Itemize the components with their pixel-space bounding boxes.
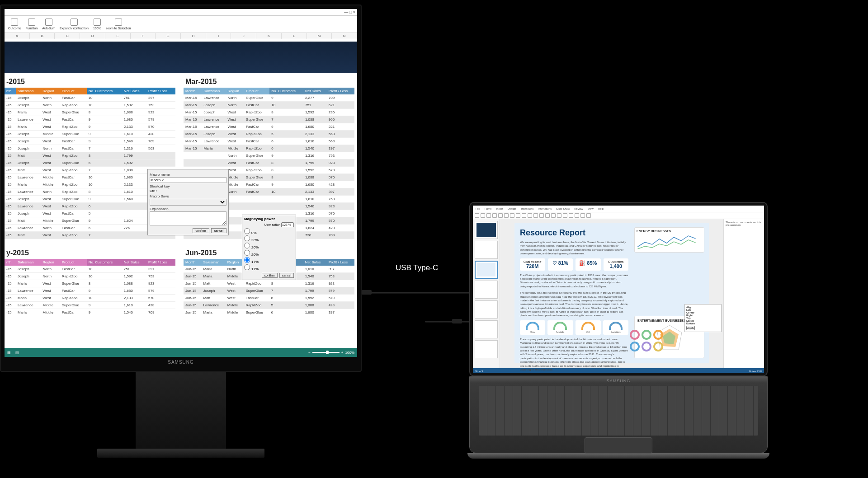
ribbon-tab[interactable]: Insert (495, 207, 504, 211)
thumbnail-7[interactable] (475, 340, 498, 358)
table-row[interactable]: Jun-15MattWestRapidZoo81,316923 (184, 280, 354, 287)
table-row[interactable]: Mar-15LawrenceWestFastCar61,680221 (184, 123, 354, 131)
user-action-input[interactable] (281, 222, 294, 227)
gauge: Coal (520, 320, 545, 335)
zoom-plus-icon[interactable]: + (341, 351, 344, 355)
table-row[interactable]: -15MariaWestRapidZoo92,133570 (5, 123, 175, 131)
table-row[interactable]: Mar-15LawrenceNorthSuperGlue92,277709 (184, 94, 354, 102)
ribbon-tab[interactable]: Transitions (519, 207, 534, 211)
ribbon-tab[interactable]: Slide Show (555, 207, 571, 211)
table-row[interactable]: -15JosephWestFastCar91,540709 (5, 138, 175, 145)
table-row[interactable]: -15JosephWestSuperGlue61,592 (5, 159, 175, 167)
table-row[interactable]: Jun-15MattWestFastCar61,592570 (184, 295, 354, 302)
toolbar-function[interactable]: Function (24, 18, 38, 31)
magnify-option[interactable]: 0% (244, 228, 294, 235)
table-row[interactable]: -15LawrenceWestFastCar91,680579 (5, 116, 175, 123)
table-row[interactable]: -15JosephNorthFastCar71,316563 (5, 145, 175, 152)
table-row[interactable]: Jun-15MariaMiddleSuperGlue61,680397 (184, 309, 354, 316)
ribbon-tab[interactable]: Design (507, 207, 517, 211)
table-row[interactable]: Mar-15JosephWestRapidZoo81,592236 (184, 109, 354, 116)
macro-confirm-button[interactable]: confirm (193, 228, 209, 233)
window-controls[interactable]: — □ × (5, 9, 357, 16)
zoom-track[interactable] (312, 352, 340, 353)
thumbnail-3[interactable] (475, 261, 498, 279)
magnify-confirm-button[interactable]: confirm (262, 273, 278, 278)
ribbon-tab[interactable]: Home (484, 207, 493, 211)
align-option[interactable]: Bottom (686, 322, 720, 325)
align-floating-panel[interactable]: AlignLeftCenterRightTopMiddleBottomApply (684, 304, 722, 332)
table-row[interactable]: -15MattWestRapidZoo81,799 (5, 152, 175, 159)
table-row[interactable]: NorthSuperGlue91,316753 (184, 152, 354, 159)
table-row[interactable]: -15LawrenceWestFastCar91,680579 (5, 287, 175, 295)
line-chart (637, 234, 702, 250)
monitor-stand (136, 372, 226, 449)
table-row[interactable]: -15JosephNorthFastCar10751397 (5, 266, 175, 273)
thumbnail-1[interactable] (475, 221, 498, 239)
ribbon-tab[interactable]: Help (597, 207, 604, 211)
zoom-minus-icon[interactable]: − (308, 351, 311, 355)
align-apply-button[interactable]: Apply (686, 326, 695, 330)
table-row[interactable]: -15MariaWestRapidZoo102,133570 (5, 295, 175, 302)
magnify-dialog[interactable]: Magnifying power User action 0%30%20%20%… (242, 215, 296, 280)
table-row[interactable]: WestFastCar81,799923 (184, 159, 354, 167)
toolbar-100pct[interactable]: 100% (92, 18, 102, 31)
thumbnail-2[interactable] (475, 241, 498, 259)
table-row[interactable]: Mar-15MariaMiddleRapidZoo61,540397 (184, 145, 354, 152)
slide-canvas[interactable]: Resource Report We are expanding its coa… (500, 219, 723, 368)
toolbar-autosum[interactable]: AutoSum (41, 18, 56, 31)
magnify-option[interactable]: 20% (244, 243, 294, 249)
toolbar-outcome[interactable]: Outcome (7, 18, 22, 31)
table-row[interactable]: Jun-15LawrenceMiddleRapidZoo51,088428 (184, 302, 354, 309)
table-row[interactable]: -15JosephMiddleSuperGlue91,610428 (5, 131, 175, 138)
zoomsel-icon (115, 19, 122, 26)
zoom-thumb[interactable] (326, 351, 329, 354)
table-row[interactable]: -15JosephNorthRapidZoo101,592753 (5, 273, 175, 280)
macro-dialog[interactable]: Macro name Shortcut key Ctrl+ Macro Save… (147, 169, 229, 235)
thumbnail-4[interactable] (475, 281, 498, 299)
column-headers[interactable]: ABCDEFGHIJKLMN (5, 33, 357, 39)
table-row[interactable]: Jun-15JosephWestSuperGlue71,799579 (184, 287, 354, 295)
status-bar: ▦ ▤ − + 100% (5, 348, 357, 357)
ribbon-tab[interactable]: File (475, 207, 481, 211)
table-row[interactable]: Mar-15LawrenceWestSuperGlue71,088966 (184, 116, 354, 123)
table-row[interactable]: Mar-15JosephWestRapidZoo52,133563 (184, 131, 354, 138)
table-row[interactable]: -15MariaWestSuperGlue81,088923 (5, 280, 175, 287)
zoom-slider[interactable]: − + 100% (308, 351, 354, 355)
data-table[interactable]: nthSalesmanRegionProductNo. CustomersNet… (5, 259, 175, 316)
sheet-icon[interactable]: ▦ (7, 351, 11, 355)
macro-save-select[interactable] (150, 199, 226, 206)
magnify-option[interactable]: 17% (244, 264, 294, 271)
magnify-cancel-button[interactable]: cancel (279, 273, 294, 278)
keyboard (479, 386, 758, 436)
thumbnail-6[interactable] (475, 320, 498, 338)
thumbnail-5[interactable] (475, 300, 498, 319)
explanation-textarea[interactable] (150, 211, 226, 225)
table-row[interactable]: Mar-15LawrenceWestFastCar61,610563 (184, 138, 354, 145)
presentation-ribbon-tabs[interactable]: FileHomeInsertDesignTransitionsAnimation… (473, 206, 764, 212)
magnify-option[interactable]: 17% (244, 257, 294, 264)
status-right: Notes 75% (749, 370, 762, 373)
ribbon-tab[interactable]: Review (573, 207, 584, 211)
macro-name-input[interactable] (150, 177, 226, 183)
table-row[interactable]: -15MariaMiddleFastCar91,540709 (5, 309, 175, 316)
table-row[interactable]: -15MariaWestSuperGlue81,088923 (5, 109, 175, 116)
ribbon-tab[interactable]: View (587, 207, 594, 211)
user-action-label: User action (264, 223, 280, 226)
magnify-title: Magnifying power (244, 217, 294, 221)
usb-plug-icon (362, 290, 372, 295)
table-row[interactable]: Mar-15JosephNorthFastCar10751621 (184, 102, 354, 109)
toolbar-expand[interactable]: Expand / contraction (59, 18, 90, 31)
table-row[interactable]: -15LawrenceMiddleSuperGlue91,610428 (5, 302, 175, 309)
magnify-option[interactable]: 20% (244, 250, 294, 257)
table-row[interactable]: -15JosephNorthRapidZoo101,592753 (5, 102, 175, 109)
table-row[interactable]: -15JosephNorthFastCar10751397 (5, 94, 175, 102)
magnify-option[interactable]: 30% (244, 235, 294, 242)
toolbar-zoom-selection[interactable]: zoom to Selection (105, 18, 132, 31)
ribbon-icons[interactable] (473, 212, 764, 219)
monitor-device: — □ × Outcome Function AutoSum Expand / … (0, 5, 362, 458)
slide-thumbnails[interactable] (473, 219, 500, 368)
sheet-icon2[interactable]: ▤ (15, 351, 19, 355)
ribbon-tab[interactable]: Animations (538, 207, 553, 211)
macro-cancel-button[interactable]: cancel (211, 228, 226, 233)
donut-icon (642, 342, 651, 351)
